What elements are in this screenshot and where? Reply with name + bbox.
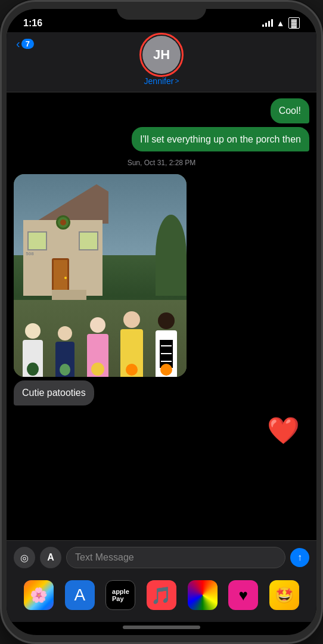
music-app-icon[interactable]: 🎵 <box>147 580 176 610</box>
notch <box>117 2 206 20</box>
wifi-icon: ▲ <box>277 18 285 28</box>
message-timestamp: Sun, Oct 31, 2:28 PM <box>14 159 309 167</box>
camera-icon: ◎ <box>20 552 29 564</box>
message-bubble-row: Cool! <box>14 98 309 123</box>
contact-avatar-wrapper[interactable]: JH <box>142 36 181 74</box>
send-icon: ↑ <box>297 552 302 563</box>
photos-app-icon[interactable]: 🌸 <box>24 580 54 610</box>
back-chevron-icon: ‹ <box>16 37 20 51</box>
message-text: Cool! <box>279 106 301 116</box>
message-text: I'll set everything up on the porch then <box>140 134 301 144</box>
applepay-app-icon[interactable]: applePay <box>105 580 135 610</box>
back-button[interactable]: ‹ 7 <box>16 37 34 51</box>
photo-scene: 508 <box>14 174 187 377</box>
volume-up-button <box>0 106 1 142</box>
memoji-app-icon[interactable]: 🤩 <box>269 580 299 610</box>
silent-button <box>0 73 1 97</box>
photo-image: 508 <box>14 174 187 377</box>
camera-button[interactable]: ◎ <box>14 547 35 568</box>
message-bubble-right: Cool! <box>271 98 309 123</box>
photo-bubble[interactable]: 508 <box>14 174 187 377</box>
battery-icon: ▓ <box>288 17 300 29</box>
app-dock: 🌸 A applePay 🎵 ♥ 🤩 <box>7 574 316 622</box>
clips-app-icon[interactable]: ♥ <box>228 580 258 610</box>
heart-reaction-row[interactable]: ❤️ <box>14 409 309 452</box>
back-badge: 7 <box>21 39 34 49</box>
nav-header: ‹ 7 JH Jennifer > <box>7 32 316 92</box>
volume-down-button <box>0 150 1 185</box>
contact-avatar-ring <box>139 33 184 77</box>
appstore-app-icon[interactable]: A <box>65 580 95 610</box>
contact-chevron-icon: > <box>175 77 179 85</box>
home-indicator[interactable] <box>123 626 200 629</box>
status-time: 1:16 <box>23 18 42 29</box>
heart-emoji: ❤️ <box>267 415 300 446</box>
message-bubble-left: Cutie patooties <box>14 380 94 405</box>
photo-message-container[interactable]: 508 Cutie patooties <box>14 174 250 405</box>
message-placeholder: Text Message <box>75 552 134 563</box>
message-bubble-row: I'll set everything up on the porch then <box>14 127 309 152</box>
appstore-icon: A <box>47 552 54 563</box>
message-text: Cutie patooties <box>22 388 86 398</box>
input-bar: ◎ A Text Message ↑ <box>7 540 316 574</box>
message-input[interactable]: Text Message <box>66 547 285 568</box>
message-bubble-right: I'll set everything up on the porch then <box>132 127 309 152</box>
phone-device: 1:16 ▲ ▓ ‹ 7 JH <box>0 0 323 644</box>
status-icons: ▲ ▓ <box>262 17 300 29</box>
appstore-button[interactable]: A <box>40 547 61 568</box>
fitness-app-icon[interactable] <box>188 580 218 610</box>
messages-area[interactable]: Cool! I'll set everything up on the porc… <box>7 92 316 540</box>
phone-screen: 1:16 ▲ ▓ ‹ 7 JH <box>7 9 316 635</box>
send-button[interactable]: ↑ <box>290 548 309 567</box>
signal-icon <box>262 19 273 27</box>
contact-name[interactable]: Jennifer > <box>144 76 179 86</box>
